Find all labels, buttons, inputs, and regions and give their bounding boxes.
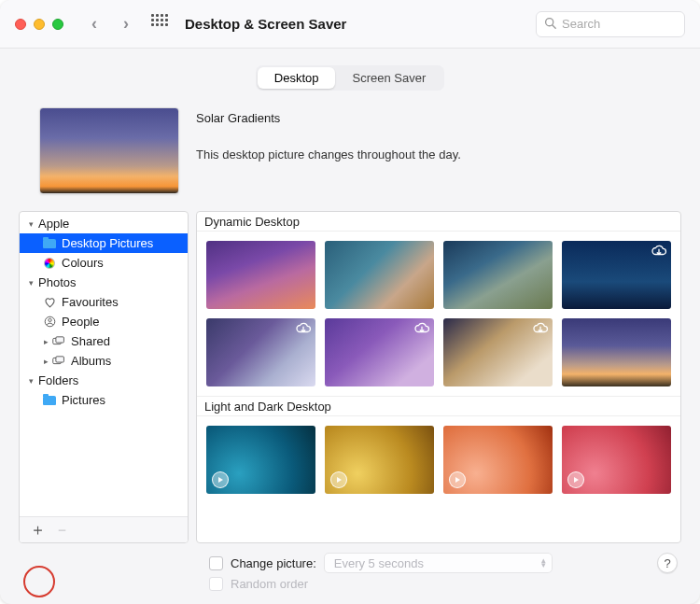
download-icon bbox=[295, 322, 312, 335]
minimize-window-button[interactable] bbox=[34, 19, 45, 30]
svg-point-3 bbox=[48, 318, 50, 321]
window-controls bbox=[15, 19, 63, 30]
group-label: Apple bbox=[38, 217, 69, 231]
show-all-icon[interactable] bbox=[151, 14, 172, 35]
dynamic-thumbnails bbox=[197, 232, 680, 396]
source-sidebar: ▾ Apple Desktop Pictures Colours ▾ Photo… bbox=[19, 211, 189, 543]
nav-buttons: ‹ › bbox=[82, 12, 138, 36]
interval-value: Every 5 seconds bbox=[334, 556, 424, 570]
tab-screen-saver[interactable]: Screen Saver bbox=[335, 67, 442, 89]
wallpaper-thumb[interactable] bbox=[206, 318, 315, 386]
change-picture-label: Change picture: bbox=[231, 556, 316, 570]
wallpaper-thumb[interactable] bbox=[206, 241, 315, 309]
interval-popup[interactable]: Every 5 seconds ▴▾ bbox=[324, 553, 553, 573]
search-input[interactable] bbox=[562, 17, 677, 31]
group-label: Photos bbox=[38, 275, 76, 289]
sidebar-item-colours[interactable]: Colours bbox=[20, 253, 188, 273]
person-circle-icon bbox=[42, 316, 57, 329]
titlebar: ‹ › Desktop & Screen Saver bbox=[0, 0, 700, 49]
disclosure-right-icon: ▸ bbox=[40, 357, 51, 366]
wallpaper-name: Solar Gradients bbox=[196, 111, 461, 125]
download-icon bbox=[651, 245, 667, 258]
group-label: Folders bbox=[38, 373, 78, 387]
folder-icon bbox=[42, 237, 57, 250]
disclosure-right-icon: ▸ bbox=[40, 337, 51, 346]
close-window-button[interactable] bbox=[15, 19, 26, 30]
sidebar-item-desktop-pictures[interactable]: Desktop Pictures bbox=[20, 233, 188, 253]
sidebar-item-label: Shared bbox=[71, 334, 110, 348]
search-icon bbox=[544, 17, 556, 32]
wallpaper-thumb[interactable] bbox=[325, 241, 434, 309]
sidebar-item-label: Colours bbox=[62, 256, 104, 270]
remove-folder-button[interactable]: － bbox=[49, 520, 74, 541]
svg-line-1 bbox=[553, 24, 555, 27]
wallpaper-thumb[interactable] bbox=[562, 426, 671, 494]
random-order-label: Random order bbox=[231, 577, 308, 591]
sidebar-item-label: Desktop Pictures bbox=[62, 236, 153, 250]
add-folder-button[interactable]: ＋ bbox=[25, 520, 49, 541]
change-picture-checkbox[interactable] bbox=[209, 556, 223, 570]
help-button[interactable]: ? bbox=[657, 553, 678, 573]
section-lightdark-header: Light and Dark Desktop bbox=[197, 396, 680, 416]
wallpaper-thumb[interactable] bbox=[443, 318, 553, 386]
sidebar-item-label: Albums bbox=[71, 354, 111, 368]
folder-icon bbox=[42, 394, 57, 407]
zoom-window-button[interactable] bbox=[52, 19, 63, 30]
download-icon bbox=[532, 322, 549, 335]
heart-icon bbox=[42, 296, 57, 309]
wallpaper-thumb[interactable] bbox=[443, 426, 553, 494]
disclosure-down-icon: ▾ bbox=[25, 376, 36, 386]
back-button[interactable]: ‹ bbox=[82, 12, 106, 36]
window-title: Desktop & Screen Saver bbox=[185, 16, 346, 32]
color-wheel-icon bbox=[42, 257, 57, 270]
random-order-checkbox[interactable] bbox=[209, 577, 223, 591]
svg-rect-5 bbox=[56, 337, 64, 343]
forward-button[interactable]: › bbox=[114, 12, 138, 36]
wallpaper-preview bbox=[39, 107, 179, 194]
preview-row: Solar Gradients This desktop picture cha… bbox=[19, 107, 681, 194]
sidebar-item-people[interactable]: People bbox=[20, 312, 188, 331]
wallpaper-thumb[interactable] bbox=[325, 318, 434, 386]
stepper-icon: ▴▾ bbox=[541, 558, 546, 568]
group-apple[interactable]: ▾ Apple bbox=[20, 214, 188, 233]
wallpaper-thumb[interactable] bbox=[562, 241, 671, 309]
sidebar-item-pictures-folder[interactable]: Pictures bbox=[20, 390, 188, 410]
download-icon bbox=[413, 322, 430, 335]
add-remove-bar: ＋ － bbox=[20, 516, 188, 542]
disclosure-down-icon: ▾ bbox=[25, 219, 36, 229]
body: Desktop Screen Saver Solar Gradients Thi… bbox=[0, 49, 700, 604]
disclosure-down-icon: ▾ bbox=[25, 278, 36, 288]
section-dynamic-header: Dynamic Desktop bbox=[197, 212, 680, 232]
bottom-controls: Change picture: Every 5 seconds ▴▾ ? bbox=[19, 543, 681, 573]
albums-icon bbox=[51, 355, 66, 368]
source-tree: ▾ Apple Desktop Pictures Colours ▾ Photo… bbox=[20, 212, 188, 516]
lightdark-thumbnails bbox=[197, 416, 680, 503]
sidebar-item-favourites[interactable]: Favourites bbox=[20, 292, 188, 312]
tab-group: Desktop Screen Saver bbox=[256, 65, 444, 91]
sidebar-item-label: Favourites bbox=[62, 295, 119, 309]
sidebar-item-albums[interactable]: ▸ Albums bbox=[20, 351, 188, 371]
tab-desktop[interactable]: Desktop bbox=[258, 67, 336, 89]
wallpaper-thumb[interactable] bbox=[206, 426, 315, 494]
search-field-wrapper[interactable] bbox=[536, 11, 685, 37]
wallpaper-thumb[interactable] bbox=[325, 426, 434, 494]
main-row: ▾ Apple Desktop Pictures Colours ▾ Photo… bbox=[19, 211, 681, 543]
svg-rect-7 bbox=[56, 357, 64, 362]
sidebar-item-label: People bbox=[62, 315, 99, 329]
shared-icon bbox=[51, 335, 66, 348]
wallpaper-thumb[interactable] bbox=[443, 241, 553, 309]
wallpaper-grid: Dynamic Desktop bbox=[196, 211, 681, 543]
wallpaper-description: This desktop picture changes throughout … bbox=[196, 147, 461, 162]
sidebar-item-label: Pictures bbox=[62, 393, 105, 407]
sidebar-item-shared[interactable]: ▸ Shared bbox=[20, 331, 188, 351]
preferences-window: ‹ › Desktop & Screen Saver Desktop Scree… bbox=[0, 0, 700, 604]
group-folders[interactable]: ▾ Folders bbox=[20, 371, 188, 390]
wallpaper-thumb[interactable] bbox=[562, 318, 671, 386]
group-photos[interactable]: ▾ Photos bbox=[20, 273, 188, 292]
